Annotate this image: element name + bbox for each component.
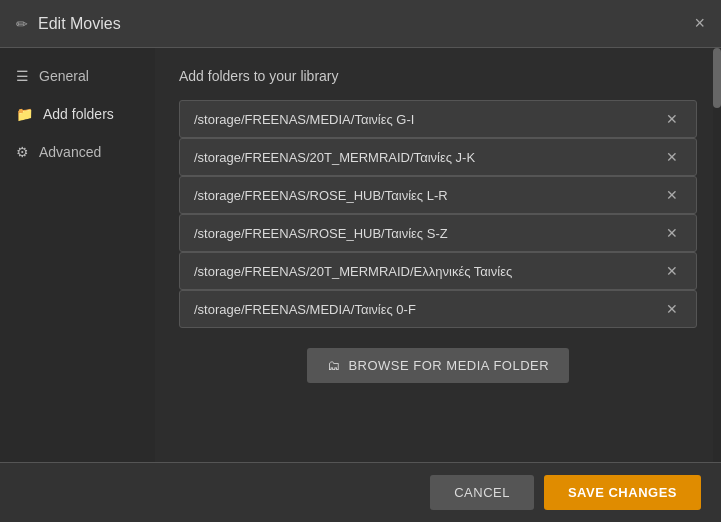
browse-media-folder-button[interactable]: 🗂 BROWSE FOR MEDIA FOLDER: [307, 348, 569, 383]
close-icon[interactable]: ×: [694, 13, 705, 34]
save-changes-button[interactable]: SAVE CHANGES: [544, 475, 701, 510]
sidebar-item-add-folders-label: Add folders: [43, 106, 114, 122]
scrollbar-track: [713, 48, 721, 462]
cancel-button[interactable]: CANCEL: [430, 475, 534, 510]
content-area: Add folders to your library /storage/FRE…: [155, 48, 721, 462]
folder-item: /storage/FREENAS/MEDIA/Ταινίες 0-F ✕: [179, 290, 697, 328]
folder-item: /storage/FREENAS/20T_MERMRAID/Ελληνικές …: [179, 252, 697, 290]
general-icon: ☰: [16, 68, 29, 84]
sidebar-item-advanced[interactable]: ⚙ Advanced: [0, 134, 155, 170]
content-title: Add folders to your library: [179, 68, 697, 84]
remove-folder-button[interactable]: ✕: [662, 301, 682, 317]
folders-list: /storage/FREENAS/MEDIA/Ταινίες G-I ✕ /st…: [179, 100, 697, 328]
folder-path: /storage/FREENAS/MEDIA/Ταινίες 0-F: [194, 302, 416, 317]
edit-movies-modal: ✏ Edit Movies × ☰ General 📁 Add folders …: [0, 0, 721, 522]
sidebar-item-add-folders[interactable]: 📁 Add folders: [0, 96, 155, 132]
modal-title: Edit Movies: [38, 15, 121, 33]
folder-path: /storage/FREENAS/MEDIA/Ταινίες G-I: [194, 112, 414, 127]
modal-header: ✏ Edit Movies ×: [0, 0, 721, 48]
sidebar-item-general-label: General: [39, 68, 89, 84]
folder-path: /storage/FREENAS/ROSE_HUB/Ταινίες S-Z: [194, 226, 448, 241]
modal-footer: CANCEL SAVE CHANGES: [0, 462, 721, 522]
modal-overlay: ✏ Edit Movies × ☰ General 📁 Add folders …: [0, 0, 721, 522]
folder-path: /storage/FREENAS/ROSE_HUB/Ταινίες L-R: [194, 188, 448, 203]
remove-folder-button[interactable]: ✕: [662, 225, 682, 241]
sidebar-item-general[interactable]: ☰ General: [0, 58, 155, 94]
folder-path: /storage/FREENAS/20T_MERMRAID/Ταινίες J-…: [194, 150, 475, 165]
folder-path: /storage/FREENAS/20T_MERMRAID/Ελληνικές …: [194, 264, 512, 279]
folder-icon: 📁: [16, 106, 33, 122]
remove-folder-button[interactable]: ✕: [662, 149, 682, 165]
remove-folder-button[interactable]: ✕: [662, 263, 682, 279]
scrollbar-thumb: [713, 48, 721, 108]
remove-folder-button[interactable]: ✕: [662, 187, 682, 203]
folder-item: /storage/FREENAS/ROSE_HUB/Ταινίες S-Z ✕: [179, 214, 697, 252]
browse-icon: 🗂: [327, 358, 341, 373]
edit-icon: ✏: [16, 16, 28, 32]
sidebar-item-advanced-label: Advanced: [39, 144, 101, 160]
remove-folder-button[interactable]: ✕: [662, 111, 682, 127]
folder-item: /storage/FREENAS/ROSE_HUB/Ταινίες L-R ✕: [179, 176, 697, 214]
browse-button-label: BROWSE FOR MEDIA FOLDER: [348, 358, 549, 373]
folder-item: /storage/FREENAS/20T_MERMRAID/Ταινίες J-…: [179, 138, 697, 176]
browse-btn-area: 🗂 BROWSE FOR MEDIA FOLDER: [179, 348, 697, 383]
modal-body: ☰ General 📁 Add folders ⚙ Advanced Add f…: [0, 48, 721, 462]
sidebar: ☰ General 📁 Add folders ⚙ Advanced: [0, 48, 155, 462]
advanced-icon: ⚙: [16, 144, 29, 160]
folder-item: /storage/FREENAS/MEDIA/Ταινίες G-I ✕: [179, 100, 697, 138]
modal-header-left: ✏ Edit Movies: [16, 15, 121, 33]
